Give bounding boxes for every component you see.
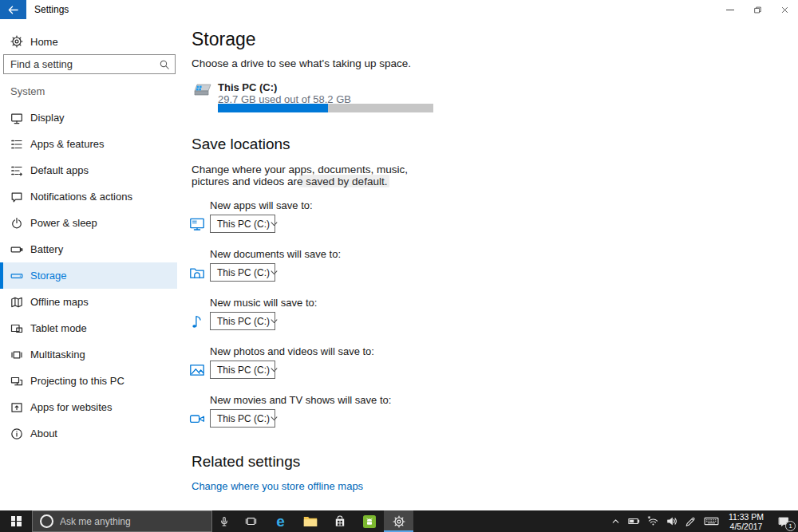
sidebar-item-label: Display bbox=[30, 112, 65, 124]
apps-for-websites-icon bbox=[10, 401, 23, 414]
windows-logo-icon bbox=[11, 516, 22, 526]
titlebar: Settings bbox=[0, 0, 798, 24]
network-tray-button[interactable] bbox=[643, 510, 662, 532]
new-music-drive-dropdown[interactable]: This PC (C:) bbox=[210, 312, 275, 330]
hard-drive-icon bbox=[192, 81, 214, 100]
offline-maps-link[interactable]: Change where you store offline maps bbox=[192, 480, 363, 492]
taskbar: e bbox=[0, 510, 798, 532]
battery-tray-button[interactable] bbox=[624, 510, 643, 532]
start-button[interactable] bbox=[0, 510, 32, 532]
sidebar-item-label: Battery bbox=[30, 243, 63, 255]
drive-usage-bar-fill bbox=[218, 104, 328, 112]
settings-search-box bbox=[3, 54, 176, 74]
file-explorer-icon bbox=[303, 516, 318, 527]
new-movies-label: New movies and TV shows will save to: bbox=[210, 394, 391, 406]
dropdown-value: This PC (C:) bbox=[211, 267, 270, 278]
search-icon[interactable] bbox=[159, 59, 170, 70]
new-documents-label: New documents will save to: bbox=[210, 248, 341, 260]
close-button[interactable] bbox=[771, 0, 798, 19]
android-app-icon bbox=[363, 515, 376, 528]
sidebar-item-offline-maps[interactable]: Offline maps bbox=[0, 289, 177, 315]
speaker-icon bbox=[666, 515, 678, 527]
new-movies-drive-dropdown[interactable]: This PC (C:) bbox=[210, 409, 275, 428]
touch-keyboard-button[interactable] bbox=[699, 510, 723, 532]
file-explorer-taskbar-button[interactable] bbox=[295, 510, 325, 532]
settings-search-input[interactable] bbox=[4, 58, 159, 70]
sidebar-item-battery[interactable]: Battery bbox=[0, 236, 177, 262]
sidebar-item-label: Storage bbox=[30, 270, 67, 282]
new-apps-drive-dropdown[interactable]: This PC (C:) bbox=[210, 215, 275, 233]
new-apps-label: New apps will save to: bbox=[210, 199, 313, 211]
sidebar-item-power-sleep[interactable]: Power & sleep bbox=[0, 210, 177, 236]
windows-ink-tray-button[interactable] bbox=[681, 510, 699, 532]
chevron-down-icon bbox=[270, 365, 279, 374]
notifications-icon bbox=[10, 191, 23, 203]
sidebar-item-apps-for-websites[interactable]: Apps for websites bbox=[0, 394, 177, 420]
sidebar-item-apps-features[interactable]: Apps & features bbox=[0, 131, 177, 157]
new-music-label: New music will save to: bbox=[210, 297, 317, 309]
drive-name[interactable]: This PC (C:) bbox=[218, 81, 277, 93]
cortana-search-input[interactable] bbox=[53, 515, 211, 528]
action-center-button[interactable]: 1 bbox=[769, 510, 798, 532]
sidebar-item-label: Notifications & actions bbox=[30, 191, 132, 203]
sidebar-item-label: Multitasking bbox=[30, 349, 85, 361]
settings-gear-icon bbox=[393, 515, 405, 528]
sidebar-item-label: Offline maps bbox=[30, 296, 89, 308]
cortana-search-box[interactable] bbox=[32, 510, 212, 532]
dropdown-value: This PC (C:) bbox=[211, 316, 270, 327]
apps-monitor-icon bbox=[189, 216, 205, 232]
chevron-down-icon bbox=[270, 219, 279, 228]
info-icon bbox=[10, 428, 23, 440]
notification-badge: 1 bbox=[785, 521, 796, 531]
store-taskbar-button[interactable] bbox=[325, 510, 354, 532]
taskbar-spacer bbox=[413, 510, 606, 532]
settings-window: Settings Home System Display Apps & feat… bbox=[0, 0, 798, 532]
sidebar-nav: Display Apps & features Default apps Not… bbox=[0, 104, 184, 447]
video-camera-icon bbox=[189, 411, 205, 427]
sidebar-item-label: Apps & features bbox=[30, 138, 105, 150]
window-title: Settings bbox=[34, 4, 69, 15]
window-controls bbox=[717, 0, 798, 19]
microphone-button[interactable] bbox=[212, 510, 236, 532]
music-note-icon bbox=[189, 313, 205, 329]
dropdown-value: This PC (C:) bbox=[211, 413, 270, 424]
sidebar-item-label: About bbox=[30, 428, 57, 439]
restore-icon bbox=[753, 6, 762, 14]
sidebar: Home System Display Apps & features Defa… bbox=[0, 24, 184, 510]
volume-tray-button[interactable] bbox=[662, 510, 681, 532]
sidebar-item-home[interactable]: Home bbox=[0, 30, 177, 53]
power-icon bbox=[10, 217, 23, 230]
settings-taskbar-button[interactable] bbox=[384, 510, 413, 532]
related-settings-heading: Related settings bbox=[192, 453, 300, 471]
drive-usage-bar[interactable] bbox=[218, 104, 433, 112]
back-button[interactable] bbox=[0, 0, 26, 19]
fading-tooltip bbox=[299, 175, 389, 187]
sidebar-item-display[interactable]: Display bbox=[0, 104, 177, 131]
sidebar-item-label: Power & sleep bbox=[30, 217, 97, 229]
sidebar-item-storage[interactable]: Storage bbox=[0, 262, 177, 289]
documents-folder-icon bbox=[189, 265, 205, 281]
default-apps-icon bbox=[10, 164, 23, 177]
new-photos-drive-dropdown[interactable]: This PC (C:) bbox=[210, 361, 275, 379]
edge-taskbar-button[interactable]: e bbox=[266, 510, 295, 532]
projecting-icon bbox=[10, 375, 23, 388]
sidebar-section-label: System bbox=[10, 85, 45, 97]
android-app-taskbar-button[interactable] bbox=[354, 510, 384, 532]
task-view-button[interactable] bbox=[236, 510, 266, 532]
sidebar-item-default-apps[interactable]: Default apps bbox=[0, 157, 177, 183]
sidebar-item-projecting[interactable]: Projecting to this PC bbox=[0, 368, 177, 394]
sidebar-item-multitasking[interactable]: Multitasking bbox=[0, 341, 177, 368]
wifi-icon bbox=[647, 515, 659, 527]
sidebar-item-notifications[interactable]: Notifications & actions bbox=[0, 183, 177, 210]
show-hidden-icons-button[interactable] bbox=[606, 510, 624, 532]
chevron-down-icon bbox=[270, 317, 279, 325]
new-documents-drive-dropdown[interactable]: This PC (C:) bbox=[210, 263, 275, 282]
sidebar-item-label: Tablet mode bbox=[30, 322, 87, 334]
clock[interactable]: 11:33 PM 4/5/2017 bbox=[723, 510, 769, 532]
sidebar-item-tablet-mode[interactable]: Tablet mode bbox=[0, 315, 177, 341]
sidebar-item-about[interactable]: About bbox=[0, 420, 177, 447]
pen-icon bbox=[685, 516, 696, 527]
restore-button[interactable] bbox=[744, 0, 771, 19]
gear-icon bbox=[10, 35, 23, 48]
minimize-button[interactable] bbox=[717, 0, 744, 19]
